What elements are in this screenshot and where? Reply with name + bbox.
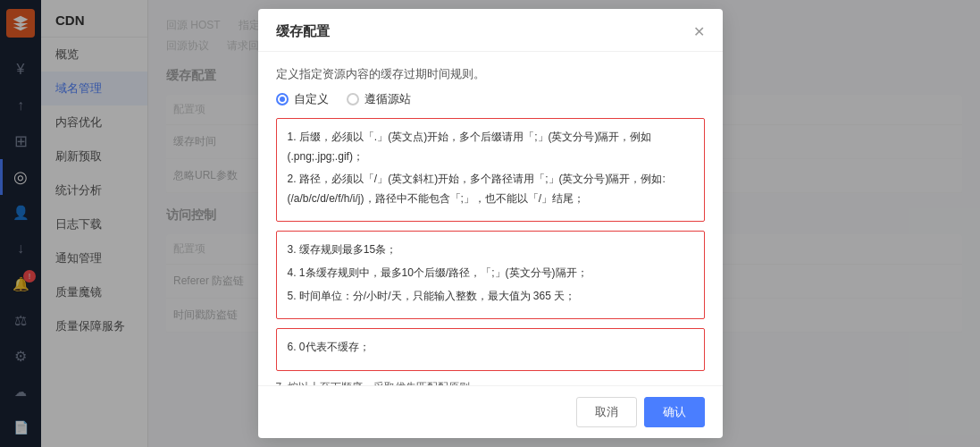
- modal-footer: 取消 确认: [258, 385, 723, 438]
- rule-6: 6. 0代表不缓存；: [288, 338, 693, 358]
- radio-custom[interactable]: 自定义: [276, 91, 329, 107]
- modal-title: 缓存配置: [276, 23, 330, 40]
- radio-custom-label: 自定义: [294, 91, 329, 107]
- main-container: CDN 概览 域名管理 内容优化 刷新预取 统计分析 日志下载 通知管理 质量魔…: [41, 0, 980, 447]
- confirm-button[interactable]: 确认: [644, 397, 705, 427]
- radio-follow-origin-label: 遵循源站: [364, 91, 411, 107]
- modal-header: 缓存配置 ✕: [258, 9, 723, 52]
- rules-box-2: 3. 缓存规则最多15条； 4. 1条缓存规则中，最多10个后缀/路径，「;」(…: [276, 231, 705, 319]
- radio-custom-dot: [276, 93, 289, 105]
- close-icon[interactable]: ✕: [693, 25, 705, 39]
- modal-body: 定义指定资源内容的缓存过期时间规则。 自定义 遵循源站: [258, 52, 723, 385]
- modal-backdrop: 缓存配置 ✕ 定义指定资源内容的缓存过期时间规则。 自定义 遵循: [148, 0, 980, 447]
- rules-box-3: 6. 0代表不缓存；: [276, 328, 705, 371]
- cancel-button[interactable]: 取消: [576, 397, 637, 427]
- radio-group: 自定义 遵循源站: [276, 91, 705, 107]
- modal-subtitle: 定义指定资源内容的缓存过期时间规则。: [276, 66, 705, 82]
- rules-box-1: 1. 后缀，必须以「.」(英文点)开始，多个后缀请用「;」(英文分号)隔开，例如…: [276, 118, 705, 222]
- rule-5: 5. 时间单位：分/小时/天，只能输入整数，最大值为 365 天；: [288, 287, 693, 307]
- rule-3: 3. 缓存规则最多15条；: [288, 240, 693, 260]
- radio-follow-origin[interactable]: 遵循源站: [347, 91, 411, 107]
- rule-4: 4. 1条缓存规则中，最多10个后缀/路径，「;」(英文分号)隔开；: [288, 264, 693, 283]
- radio-follow-origin-dot: [347, 93, 359, 105]
- content-area: 回源 HOST 指定请求的服务器的域名，默认... 回源协议 请求回源的协议，如…: [148, 0, 980, 447]
- rule-1: 1. 后缀，必须以「.」(英文点)开始，多个后缀请用「;」(英文分号)隔开，例如…: [288, 128, 693, 166]
- rule-2: 2. 路径，必须以「/」(英文斜杠)开始，多个路径请用「;」(英文分号)隔开，例…: [288, 170, 693, 208]
- cache-config-modal: 缓存配置 ✕ 定义指定资源内容的缓存过期时间规则。 自定义 遵循: [258, 9, 723, 438]
